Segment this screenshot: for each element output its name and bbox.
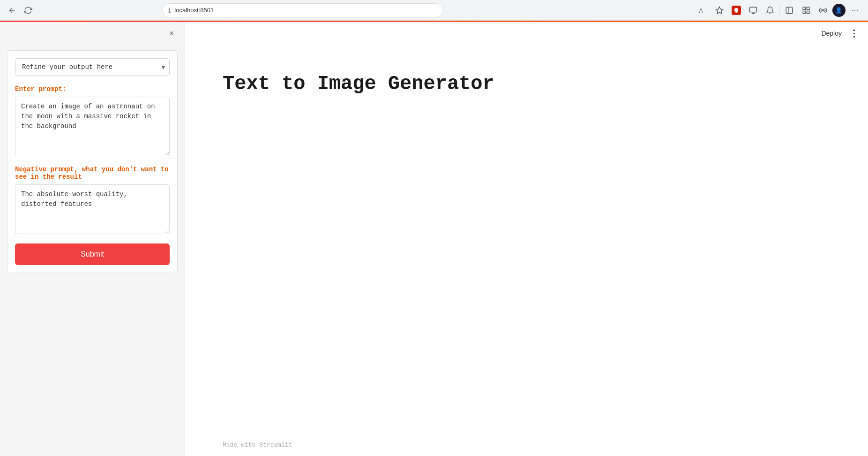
main-header: Deploy ⋮ <box>185 22 868 45</box>
svg-rect-9 <box>803 11 805 13</box>
font-button[interactable]: A <box>695 3 710 18</box>
prompt-label: Enter prompt: <box>15 85 170 93</box>
main-content: Deploy ⋮ Text to Image Generator Made wi… <box>185 22 868 456</box>
divider <box>779 6 780 15</box>
svg-rect-2 <box>749 7 756 12</box>
footer-text: Made with <box>223 441 259 448</box>
sidebar: × Refine your output here ▾ Enter prompt… <box>0 22 185 456</box>
svg-rect-7 <box>803 7 805 9</box>
footer-brand: Streamlit <box>259 441 292 448</box>
page-title: Text to Image Generator <box>223 73 494 95</box>
more-extensions-button[interactable]: ⋯ <box>847 3 862 18</box>
bookmark-button[interactable] <box>712 3 727 18</box>
negative-prompt-label: Negative prompt, what you don't want to … <box>15 166 170 181</box>
svg-marker-1 <box>716 7 723 13</box>
app-container: × Refine your output here ▾ Enter prompt… <box>0 22 868 456</box>
reload-button[interactable] <box>22 4 35 17</box>
svg-point-11 <box>822 9 823 11</box>
select-container: Refine your output here ▾ <box>15 58 170 76</box>
sidebar-content: Refine your output here ▾ Enter prompt: … <box>7 50 178 273</box>
shield-extension-button[interactable] <box>729 3 744 18</box>
prompt-textarea[interactable] <box>15 97 170 156</box>
deploy-button[interactable]: Deploy <box>821 30 842 37</box>
back-button[interactable] <box>6 4 19 17</box>
url-text: localhost:8501 <box>174 7 214 14</box>
browser-actions: A <box>695 3 862 18</box>
monitor-button[interactable] <box>746 3 761 18</box>
svg-rect-10 <box>807 11 809 13</box>
grid-button[interactable] <box>799 3 814 18</box>
network-button[interactable] <box>816 3 831 18</box>
more-menu-button[interactable]: ⋮ <box>849 28 859 39</box>
bell-button[interactable] <box>763 3 778 18</box>
svg-rect-5 <box>786 7 793 14</box>
browser-chrome: ℹ localhost:8501 A <box>0 0 868 21</box>
sidebar-panel: Refine your output here ▾ Enter prompt: … <box>7 50 178 273</box>
shield-icon <box>732 6 741 15</box>
svg-rect-8 <box>807 7 809 9</box>
address-bar[interactable]: ℹ localhost:8501 <box>162 3 443 17</box>
output-select[interactable]: Refine your output here <box>15 58 170 76</box>
negative-prompt-textarea[interactable] <box>15 184 170 234</box>
main-footer: Made with Streamlit <box>185 433 868 456</box>
sidebar-close-button[interactable]: × <box>166 28 177 39</box>
sidebar-button[interactable] <box>782 3 797 18</box>
browser-nav <box>6 4 35 17</box>
info-icon: ℹ <box>168 7 171 14</box>
main-body: Text to Image Generator <box>185 45 868 433</box>
submit-button[interactable]: Submit <box>15 243 170 265</box>
avatar[interactable]: 👤 <box>832 4 846 17</box>
svg-text:A: A <box>699 7 703 14</box>
